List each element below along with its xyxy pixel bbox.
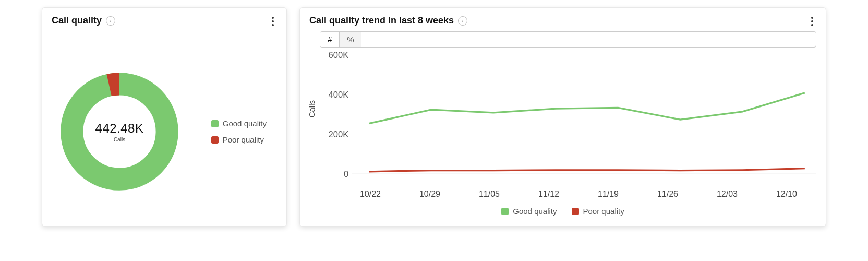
y-axis-label: Calls	[307, 100, 316, 117]
donut-legend: Good quality Poor quality	[211, 119, 267, 144]
info-icon[interactable]: i	[106, 16, 115, 26]
x-tick: 11/05	[460, 189, 519, 199]
trend-line-chart: 0200K400K600K	[320, 50, 816, 185]
more-menu-button[interactable]	[267, 15, 279, 28]
swatch-poor	[211, 136, 219, 144]
toggle-percent[interactable]: %	[339, 32, 361, 47]
legend-poor: Poor quality	[572, 207, 624, 216]
call-quality-title: Call quality	[52, 15, 102, 26]
x-tick: 12/10	[757, 189, 816, 199]
trend-title: Call quality trend in last 8 weeks	[309, 15, 454, 26]
legend-good: Good quality	[501, 207, 557, 216]
x-tick: 11/12	[519, 189, 578, 199]
unit-toggle: # %	[320, 31, 816, 48]
call-quality-trend-card: Call quality trend in last 8 weeks i # %…	[299, 7, 826, 227]
x-tick: 10/29	[400, 189, 460, 199]
legend-poor-label: Poor quality	[223, 135, 264, 144]
swatch-poor	[572, 208, 579, 215]
legend-good-label: Good quality	[223, 119, 267, 128]
svg-text:200K: 200K	[329, 129, 349, 139]
legend-good-label: Good quality	[513, 207, 557, 216]
call-quality-donut: 442.48K Calls	[57, 69, 182, 194]
swatch-good	[501, 208, 509, 215]
info-icon[interactable]: i	[458, 16, 467, 26]
swatch-good	[211, 120, 219, 127]
svg-text:0: 0	[344, 169, 348, 179]
x-tick: 11/19	[578, 189, 638, 199]
toggle-count[interactable]: #	[320, 32, 339, 47]
x-tick: 12/03	[697, 189, 757, 199]
legend-good: Good quality	[211, 119, 267, 128]
donut-total: 442.48K	[95, 121, 144, 136]
svg-text:600K: 600K	[329, 50, 349, 60]
x-axis-ticks: 10/2210/2911/0511/1211/1911/2612/0312/10	[341, 189, 816, 199]
svg-text:400K: 400K	[329, 90, 349, 99]
more-menu-button[interactable]	[806, 15, 818, 28]
x-tick: 11/26	[638, 189, 697, 199]
trend-legend: Good quality Poor quality	[309, 207, 816, 216]
legend-poor: Poor quality	[211, 135, 267, 144]
legend-poor-label: Poor quality	[583, 207, 624, 216]
x-tick: 10/22	[341, 189, 400, 199]
donut-subtitle: Calls	[114, 137, 125, 143]
call-quality-card: Call quality i 442.48K Calls Good qual	[42, 7, 287, 227]
